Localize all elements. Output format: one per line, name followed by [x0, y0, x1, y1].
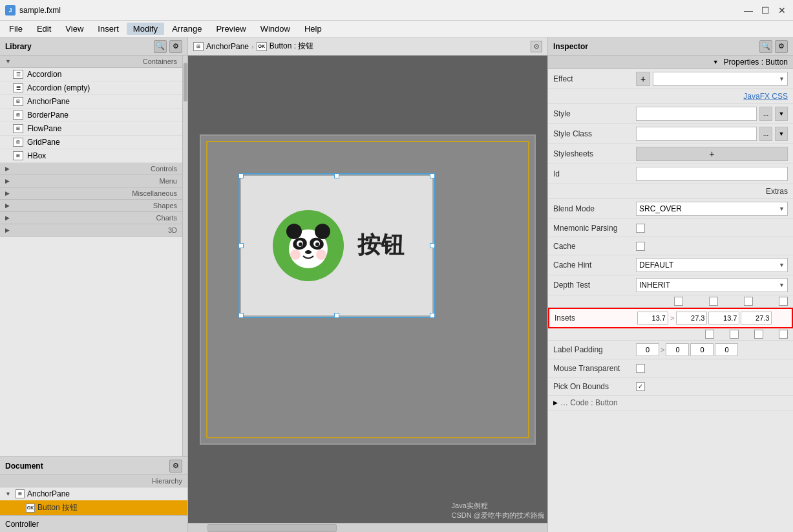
style-class-dropdown[interactable]: ▼: [775, 127, 788, 141]
inspector-search-btn[interactable]: 🔍: [759, 40, 772, 53]
menu-window[interactable]: Window: [254, 23, 297, 35]
mnemonic-parsing-label: Mnemonic Parsing: [553, 224, 631, 233]
javafx-css-label[interactable]: JavaFX CSS: [743, 92, 788, 101]
library-settings-btn[interactable]: ⚙: [169, 40, 182, 53]
insets-cb3[interactable]: [744, 297, 753, 306]
prop-depth-test: Depth Test INHERIT ▼: [548, 275, 793, 295]
lib-item-gridpane[interactable]: ⊞ GridPane: [0, 136, 182, 149]
section-controls[interactable]: ▶ Controls: [0, 163, 182, 175]
insets-cb2[interactable]: [709, 297, 718, 306]
canvas-button-wrapper[interactable]: 按钮: [240, 175, 434, 317]
menu-arrange[interactable]: Arrange: [165, 23, 208, 35]
lib-item-accordion-empty[interactable]: ☰ Accordion (empty): [0, 81, 182, 95]
inspector-title: Inspector: [553, 42, 588, 51]
watermark-line2: CSDN @爱吃牛肉的技术路痴: [452, 511, 545, 520]
depth-test-select[interactable]: INHERIT ▼: [636, 278, 788, 292]
lp-field-1[interactable]: 0: [636, 343, 659, 356]
label-padding-checkbox-row: [548, 328, 793, 341]
handle-mr[interactable]: [430, 243, 435, 248]
hierarchy-anchorpane[interactable]: ▼ ⊞ AnchorPane: [0, 487, 187, 500]
prop-stylesheets: Stylesheets +: [548, 144, 793, 164]
lib-item-anchorpane[interactable]: ⊞ AnchorPane: [0, 95, 182, 109]
canvas-button[interactable]: 按钮: [240, 175, 434, 317]
insets-cb4[interactable]: [779, 297, 788, 306]
cache-hint-select[interactable]: DEFAULT ▼: [636, 258, 788, 272]
controller-label: Controller: [5, 520, 39, 529]
cache-hint-control: DEFAULT ▼: [636, 258, 788, 272]
pick-on-bounds-checkbox[interactable]: [636, 382, 645, 391]
close-button[interactable]: ✕: [776, 5, 788, 16]
style-dropdown[interactable]: ▼: [775, 107, 788, 121]
menu-help[interactable]: Help: [298, 23, 328, 35]
insets-field-3[interactable]: 13.7: [708, 312, 739, 325]
library-scrollbar[interactable]: [182, 56, 187, 456]
svg-point-3: [315, 224, 330, 239]
minimize-button[interactable]: —: [743, 5, 754, 16]
style-input[interactable]: [636, 107, 757, 121]
mnemonic-parsing-checkbox[interactable]: [636, 224, 645, 233]
library-search-btn[interactable]: 🔍: [154, 40, 167, 53]
blend-mode-select[interactable]: SRC_OVER ▼: [636, 202, 788, 216]
inspector-body: Effect + ▼ JavaFX CSS Style …: [548, 69, 793, 532]
handle-br[interactable]: [430, 313, 435, 318]
breadcrumb-anchorpane[interactable]: AnchorPane: [206, 42, 249, 51]
menu-insert[interactable]: Insert: [91, 23, 125, 35]
lib-item-accordion[interactable]: ☰ Accordion: [0, 68, 182, 81]
effect-select[interactable]: ▼: [653, 72, 788, 86]
style-class-label: Style Class: [553, 129, 631, 138]
mouse-transparent-checkbox[interactable]: [636, 364, 645, 373]
handle-bl[interactable]: [238, 313, 244, 318]
insets-field-1[interactable]: 13.7: [637, 312, 668, 325]
style-class-btn[interactable]: …: [759, 127, 772, 141]
lp-cb2[interactable]: [730, 330, 739, 339]
lp-cb4[interactable]: [779, 330, 788, 339]
handle-tl[interactable]: [238, 173, 244, 178]
insets-field-4[interactable]: 27.3: [741, 312, 772, 325]
handle-bc[interactable]: [334, 313, 339, 318]
maximize-button[interactable]: ☐: [759, 5, 771, 16]
effect-plus-btn[interactable]: +: [636, 72, 650, 86]
menu-preview[interactable]: Preview: [209, 23, 252, 35]
title-bar-left: J sample.fxml: [5, 5, 61, 16]
section-menu[interactable]: ▶ Menu: [0, 175, 182, 187]
hierarchy-button[interactable]: OK Button 按钮: [0, 500, 187, 515]
section-charts[interactable]: ▶ Charts: [0, 212, 182, 224]
lib-item-borderpane[interactable]: ⊞ BorderPane: [0, 109, 182, 122]
lp-field-3[interactable]: 0: [690, 343, 714, 356]
canvas-copy-btn[interactable]: ⊙: [531, 41, 542, 52]
lp-cb3[interactable]: [754, 330, 763, 339]
canvas-area: 按钮 Java实例程 CSDN @爱吃牛肉的技术: [188, 56, 547, 523]
handle-tr[interactable]: [430, 173, 435, 178]
id-input[interactable]: [636, 167, 788, 181]
breadcrumb: ⊞ AnchorPane › OK Button : 按钮: [193, 41, 313, 52]
insets-cb1[interactable]: [674, 297, 683, 306]
handle-ml[interactable]: [238, 243, 244, 248]
section-miscellaneous[interactable]: ▶ Miscellaneous: [0, 187, 182, 200]
section-shapes[interactable]: ▶ Shapes: [0, 200, 182, 212]
menu-view[interactable]: View: [59, 23, 90, 35]
cache-checkbox[interactable]: [636, 242, 645, 251]
menu-file[interactable]: File: [3, 23, 29, 35]
lib-item-hbox[interactable]: ⊞ HBox: [0, 149, 182, 163]
section-containers[interactable]: ▼ Containers: [0, 56, 182, 68]
title-bar: J sample.fxml — ☐ ✕: [0, 0, 793, 21]
section-3d[interactable]: ▶ 3D: [0, 224, 182, 237]
lib-item-flowpane[interactable]: ⊞ FlowPane: [0, 122, 182, 136]
style-btn1[interactable]: …: [759, 107, 772, 121]
insets-field-2[interactable]: 27.3: [676, 312, 707, 325]
menu-edit[interactable]: Edit: [30, 23, 58, 35]
left-panel: Library 🔍 ⚙ ▼ Containers ☰ Accordion ☰: [0, 37, 188, 532]
blend-mode-control: SRC_OVER ▼: [636, 202, 788, 216]
bottom-scrollbar[interactable]: [188, 523, 547, 532]
stylesheets-plus-btn[interactable]: +: [636, 147, 788, 161]
inspector-settings-btn[interactable]: ⚙: [775, 40, 788, 53]
lp-field-4[interactable]: 0: [715, 343, 738, 356]
handle-tc[interactable]: [334, 173, 339, 178]
lp-field-2[interactable]: 0: [666, 343, 689, 356]
style-class-input[interactable]: [636, 127, 757, 141]
menu-modify[interactable]: Modify: [127, 23, 164, 35]
breadcrumb-button[interactable]: Button : 按钮: [270, 41, 314, 52]
lp-cb1[interactable]: [705, 330, 714, 339]
document-settings-btn[interactable]: ⚙: [169, 460, 182, 473]
prop-mnemonic-parsing: Mnemonic Parsing: [548, 219, 793, 237]
